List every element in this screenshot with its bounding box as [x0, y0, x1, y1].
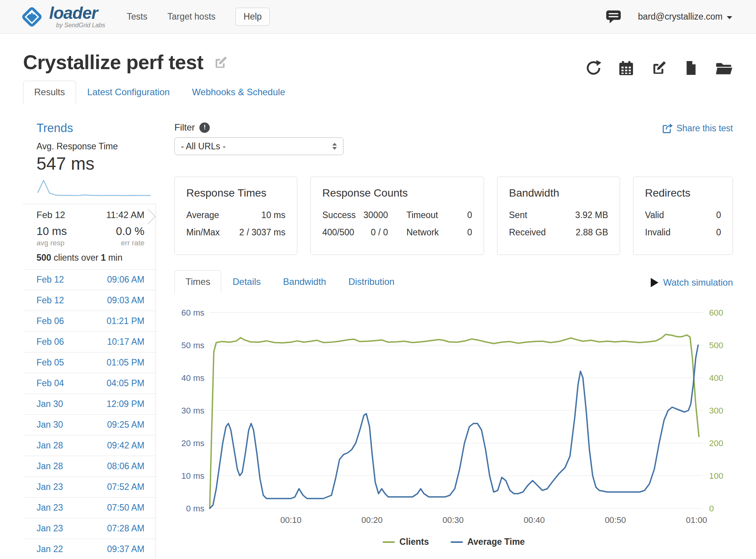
history-row[interactable]: Feb 04 04:05 PM — [23, 373, 156, 394]
stat-row: Min/Max 2 / 3037 ms — [186, 227, 285, 238]
history-row[interactable]: Jan 23 07:28 AM — [23, 518, 156, 539]
history-date: Jan 22 — [36, 544, 63, 554]
chart-tab-bandwidth[interactable]: Bandwidth — [272, 270, 337, 293]
history-row[interactable]: Jan 30 09:25 AM — [23, 414, 156, 435]
stat-label: Valid — [645, 210, 664, 220]
tab-results[interactable]: Results — [23, 81, 76, 104]
stat-value: 10 ms — [261, 210, 285, 220]
history-time: 09:37 AM — [107, 544, 144, 554]
svg-text:200: 200 — [709, 438, 723, 448]
loader-logo[interactable]: loader by SendGrid Labs — [20, 5, 105, 29]
stat-value: 2 / 3037 ms — [239, 227, 285, 238]
history-date: Feb 12 — [36, 295, 64, 306]
url-filter-select[interactable]: - All URLs - — [174, 137, 343, 155]
history-row[interactable]: Jan 22 09:37 AM — [23, 539, 156, 559]
svg-text:50 ms: 50 ms — [181, 341, 204, 350]
select-arrows-icon — [332, 143, 337, 150]
file-icon — [684, 60, 698, 76]
brand-name: loader — [49, 5, 98, 22]
stat-row: Timeout 0 — [406, 210, 472, 220]
history-time: 10:17 AM — [107, 337, 144, 347]
chart-tab-times[interactable]: Times — [174, 270, 221, 293]
tab-latest-configuration[interactable]: Latest Configuration — [76, 81, 181, 104]
share-icon — [662, 123, 673, 134]
avg-resp-sublabel: avg resp — [36, 239, 65, 247]
selected-run[interactable]: Feb 12 11:42 AM 10 ms 0.0 % avg resp err… — [23, 204, 156, 269]
history-row[interactable]: Jan 28 09:42 AM — [23, 435, 156, 456]
history-row[interactable]: Jan 28 08:06 AM — [23, 456, 156, 476]
stat-label: Sent — [509, 210, 527, 220]
trend-history: Feb 12 11:42 AM 10 ms 0.0 % avg resp err… — [23, 204, 156, 559]
user-menu[interactable]: bard@crystallize.com — [638, 12, 732, 22]
feedback-button[interactable] — [606, 10, 621, 24]
history-row[interactable]: Feb 06 01:21 PM — [23, 311, 156, 331]
calendar-icon — [618, 61, 634, 76]
filter-label-row: Filter ! — [174, 122, 343, 133]
legend-item-average-time[interactable]: Average Time — [451, 537, 525, 547]
svg-text:300: 300 — [709, 406, 723, 415]
svg-text:600: 600 — [709, 308, 723, 318]
avg-response-time-value: 547 ms — [23, 153, 156, 174]
history-date: Feb 06 — [36, 316, 64, 326]
caret-down-icon — [727, 16, 732, 19]
edit-test-button[interactable] — [651, 60, 667, 76]
history-time: 07:50 AM — [107, 503, 144, 513]
history-date: Jan 28 — [36, 461, 63, 471]
edit-icon — [651, 60, 667, 76]
help-button[interactable]: Help — [235, 8, 270, 26]
nav-tests[interactable]: Tests — [127, 12, 148, 22]
stat-value: 3.92 MB — [575, 210, 608, 220]
share-test-link[interactable]: Share this test — [662, 123, 733, 134]
selected-run-avg-resp: 10 ms — [36, 225, 67, 238]
archive-test-button[interactable] — [715, 61, 733, 76]
edit-title-icon — [213, 55, 228, 70]
stat-label: Invalid — [645, 227, 670, 238]
history-row[interactable]: Feb 12 09:06 AM — [23, 269, 156, 290]
svg-text:00:30: 00:30 — [443, 515, 464, 525]
stat-row: Average 10 ms — [186, 210, 285, 220]
clients-text: clients over — [51, 253, 101, 263]
legend-label: Average Time — [468, 537, 525, 547]
primary-nav: Tests Target hosts Help — [127, 8, 270, 26]
stat-card-title: Bandwidth — [509, 187, 608, 199]
stat-card-title: Response Times — [186, 187, 285, 199]
svg-text:0: 0 — [709, 504, 714, 513]
legend-label: Clients — [400, 537, 429, 547]
stat-label: Min/Max — [186, 227, 220, 238]
history-time: 09:06 AM — [107, 275, 144, 285]
history-row[interactable]: Feb 06 10:17 AM — [23, 331, 156, 352]
legend-item-clients[interactable]: Clients — [383, 537, 429, 547]
nav-target-hosts[interactable]: Target hosts — [167, 12, 216, 22]
legend-swatch-icon — [383, 541, 395, 543]
history-row[interactable]: Feb 12 09:03 AM — [23, 290, 156, 311]
trend-sparkline-chart — [36, 179, 152, 198]
tab-webhooks-schedule[interactable]: Webhooks & Schedule — [181, 81, 296, 104]
chat-icon — [606, 10, 621, 24]
history-row[interactable]: Feb 05 01:05 PM — [23, 352, 156, 373]
main-tabs: ResultsLatest ConfigurationWebhooks & Sc… — [23, 81, 733, 104]
history-time: 09:42 AM — [107, 440, 144, 451]
stat-label: Average — [186, 210, 219, 220]
chart-tabs: TimesDetailsBandwidthDistribution — [174, 270, 406, 293]
history-time: 01:21 PM — [107, 316, 144, 326]
schedule-test-button[interactable] — [618, 61, 634, 76]
clients-summary: 500 clients over 1 min — [36, 253, 144, 263]
history-date: Jan 23 — [36, 503, 63, 513]
chart-tab-details[interactable]: Details — [221, 270, 272, 293]
duplicate-test-button[interactable] — [684, 60, 698, 76]
watch-simulation-link[interactable]: Watch simulation — [651, 277, 733, 288]
history-time: 07:28 AM — [107, 523, 144, 534]
history-row[interactable]: Jan 23 07:52 AM — [23, 476, 156, 497]
chart-tab-distribution[interactable]: Distribution — [337, 270, 406, 293]
navbar: loader by SendGrid Labs Tests Target hos… — [0, 0, 756, 34]
stat-value: 2.88 GB — [576, 227, 608, 238]
history-row[interactable]: Jan 30 12:09 PM — [23, 394, 156, 414]
clients-unit: min — [106, 253, 122, 263]
filter-info-icon[interactable]: ! — [199, 122, 210, 133]
play-icon — [651, 278, 658, 287]
history-row[interactable]: Jan 23 07:50 AM — [23, 497, 156, 518]
rename-test-button[interactable] — [213, 55, 228, 71]
rerun-test-button[interactable] — [585, 60, 602, 76]
stat-value: 0 — [467, 210, 472, 220]
svg-text:40 ms: 40 ms — [181, 373, 204, 383]
